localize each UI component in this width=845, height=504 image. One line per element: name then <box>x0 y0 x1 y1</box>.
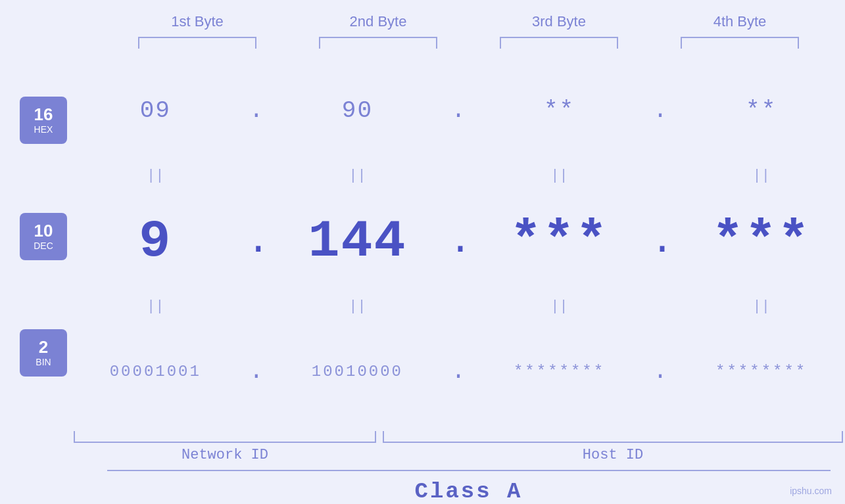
byte-1-label: 1st Byte <box>125 13 270 30</box>
content-area: 16 HEX 10 DEC 2 BIN 09 . 90 <box>0 49 845 463</box>
dec-dot-2: . <box>448 219 468 263</box>
dec-val-2: 144 <box>308 212 406 271</box>
equals-row-1: || || || || <box>74 166 843 186</box>
hex-badge: 16 HEX <box>20 97 67 144</box>
eq-2-2: || <box>285 298 429 315</box>
bin-badge: 2 BIN <box>20 329 67 377</box>
byte-2-label: 2nd Byte <box>306 13 450 30</box>
class-line <box>107 470 831 471</box>
dec-dot-1: . <box>247 219 266 263</box>
dec-cell-2: 144 <box>285 212 429 271</box>
bin-dot-2: . <box>448 358 468 385</box>
hex-dot-1: . <box>247 97 266 124</box>
hex-cell-2: 90 <box>285 97 429 124</box>
top-brackets <box>107 37 831 49</box>
hex-val-4: ** <box>746 97 777 124</box>
bin-cell-2: 10010000 <box>285 363 429 380</box>
dec-dot-3: . <box>650 219 670 263</box>
hex-cell-1: 09 <box>83 97 228 124</box>
bin-cell-4: ******** <box>689 363 834 380</box>
eq-1-2: || <box>285 168 429 184</box>
byte-3-label: 3rd Byte <box>487 13 631 30</box>
eq-2-1: || <box>83 298 228 315</box>
hex-cell-3: ** <box>487 97 632 124</box>
dec-cell-3: *** <box>487 212 632 271</box>
class-section: Class A <box>107 470 831 504</box>
bracket-4 <box>681 37 799 49</box>
network-id-label: Network ID <box>74 447 376 463</box>
bin-val-2: 10010000 <box>312 363 403 380</box>
bracket-2 <box>319 37 437 49</box>
data-grid: 09 . 90 . ** . ** || || <box>67 49 845 463</box>
dec-cell-4: *** <box>689 212 834 271</box>
main-container: 1st Byte 2nd Byte 3rd Byte 4th Byte 16 H… <box>0 0 845 504</box>
host-id-label: Host ID <box>383 447 843 463</box>
hex-number: 16 <box>34 105 53 124</box>
equals-row-2: || || || || <box>74 296 843 316</box>
byte-headers: 1st Byte 2nd Byte 3rd Byte 4th Byte <box>107 13 831 30</box>
hex-row: 09 . 90 . ** . ** <box>74 55 843 166</box>
dec-val-1: 9 <box>139 212 172 271</box>
dec-number: 10 <box>34 221 53 241</box>
network-bracket <box>74 431 376 443</box>
hex-dot-2: . <box>448 97 468 124</box>
watermark: ipshu.com <box>790 486 832 496</box>
dec-cell-1: 9 <box>83 212 228 271</box>
byte-4-label: 4th Byte <box>667 13 812 30</box>
bin-dot-1: . <box>247 358 266 385</box>
bin-dot-3: . <box>650 358 670 385</box>
bin-val-4: ******** <box>715 363 807 380</box>
eq-1-4: || <box>689 168 834 184</box>
bin-name: BIN <box>36 357 51 367</box>
hex-val-1: 09 <box>140 97 171 124</box>
base-labels: 16 HEX 10 DEC 2 BIN <box>0 49 67 463</box>
bin-number: 2 <box>39 338 48 357</box>
hex-val-3: ** <box>544 97 575 124</box>
hex-cell-4: ** <box>689 97 834 124</box>
class-label: Class A <box>107 479 831 504</box>
bin-cell-3: ******** <box>487 363 632 380</box>
hex-dot-3: . <box>650 97 670 124</box>
hex-val-2: 90 <box>342 97 373 124</box>
bracket-1 <box>138 37 256 49</box>
eq-1-3: || <box>487 168 632 184</box>
dec-row: 9 . 144 . *** . *** <box>74 186 843 297</box>
hex-name: HEX <box>34 124 53 135</box>
bin-row: 00001001 . 10010000 . ******** . *******… <box>74 316 843 427</box>
eq-2-4: || <box>689 298 834 315</box>
bin-val-3: ******** <box>514 363 605 380</box>
eq-2-3: || <box>487 298 632 315</box>
bracket-3 <box>500 37 618 49</box>
dec-badge: 10 DEC <box>20 213 67 260</box>
eq-1-1: || <box>83 168 228 184</box>
bin-val-1: 00001001 <box>110 363 201 380</box>
bin-cell-1: 00001001 <box>83 363 228 380</box>
dec-name: DEC <box>34 241 53 251</box>
host-bracket <box>383 431 843 443</box>
dec-val-3: *** <box>510 212 609 271</box>
dec-val-4: *** <box>712 212 811 271</box>
